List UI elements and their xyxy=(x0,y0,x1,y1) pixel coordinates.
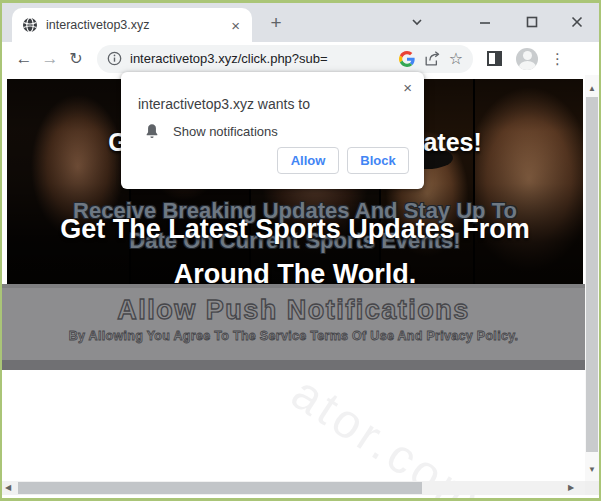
scroll-right-icon[interactable]: ▶ xyxy=(568,481,574,495)
band-bottom-strip xyxy=(2,360,585,370)
horizontal-scrollbar-thumb[interactable] xyxy=(18,482,422,494)
watermark-text: ator.com xyxy=(282,365,493,498)
window-minimize-button[interactable] xyxy=(473,10,497,34)
banner-headline-line1: Get The Latest Sports Updates From xyxy=(7,207,583,252)
dialog-permission-row: Show notifications xyxy=(121,112,424,140)
new-tab-button[interactable]: + xyxy=(264,11,288,35)
window-chevron-down-icon[interactable] xyxy=(405,10,429,34)
push-band-subtext: By Allowing You Agree To The Service Ter… xyxy=(2,329,585,343)
forward-icon[interactable]: → xyxy=(37,49,63,69)
scrollbar-corner xyxy=(585,481,599,495)
browser-toolbar: ← → ↻ interactivetop3.xyz/click.php?sub=… xyxy=(2,42,599,75)
banner-headline-line2: Around The World. xyxy=(7,252,583,288)
push-band-heading: Allow Push Notifications xyxy=(2,295,585,326)
allow-button[interactable]: Allow xyxy=(277,147,339,174)
dialog-title: interactivetop3.xyz wants to xyxy=(121,72,424,112)
scroll-up-icon[interactable]: ▲ xyxy=(585,84,599,93)
address-bar[interactable]: interactivetop3.xyz/click.php?sub= ☆ xyxy=(97,45,473,73)
side-panel-icon[interactable] xyxy=(487,51,502,66)
bookmark-star-icon[interactable]: ☆ xyxy=(449,49,463,68)
vertical-scrollbar[interactable]: ▲ ▼ xyxy=(585,75,599,481)
tab-title: interactivetop3.xyz xyxy=(46,18,221,32)
more-menu-icon[interactable]: ⋮ xyxy=(550,50,565,68)
page-info-icon[interactable] xyxy=(107,51,122,66)
profile-avatar[interactable] xyxy=(516,48,538,70)
horizontal-scrollbar[interactable]: ◀ ▶ xyxy=(2,481,585,495)
browser-window: interactivetop3.xyz × + ← → ↻ interactiv… xyxy=(0,0,601,501)
globe-favicon-icon xyxy=(22,17,38,33)
notification-permission-dialog: × interactivetop3.xyz wants to Show noti… xyxy=(121,72,424,189)
url-text[interactable]: interactivetop3.xyz/click.php?sub= xyxy=(130,51,391,66)
google-icon[interactable] xyxy=(399,51,415,67)
tab-strip: interactivetop3.xyz × + xyxy=(2,3,599,42)
tab-close-icon[interactable]: × xyxy=(229,18,242,33)
scroll-left-icon[interactable]: ◀ xyxy=(5,481,11,495)
share-icon[interactable] xyxy=(423,51,441,67)
back-icon[interactable]: ← xyxy=(11,49,37,69)
reload-icon[interactable]: ↻ xyxy=(63,49,89,68)
push-notification-band: Allow Push Notifications By Allowing You… xyxy=(2,288,585,360)
block-button[interactable]: Block xyxy=(347,147,409,174)
dialog-buttons: Allow Block xyxy=(277,147,409,174)
bell-icon xyxy=(144,123,160,140)
dialog-permission-text: Show notifications xyxy=(173,124,278,139)
tab-interactivetop3[interactable]: interactivetop3.xyz × xyxy=(12,8,252,42)
dialog-close-icon[interactable]: × xyxy=(403,79,412,96)
window-maximize-button[interactable] xyxy=(520,10,544,34)
banner-headline: Get The Latest Sports Updates From Aroun… xyxy=(7,207,583,288)
scroll-down-icon[interactable]: ▼ xyxy=(585,465,599,474)
vertical-scrollbar-thumb[interactable] xyxy=(586,97,598,452)
window-close-button[interactable] xyxy=(565,10,589,34)
